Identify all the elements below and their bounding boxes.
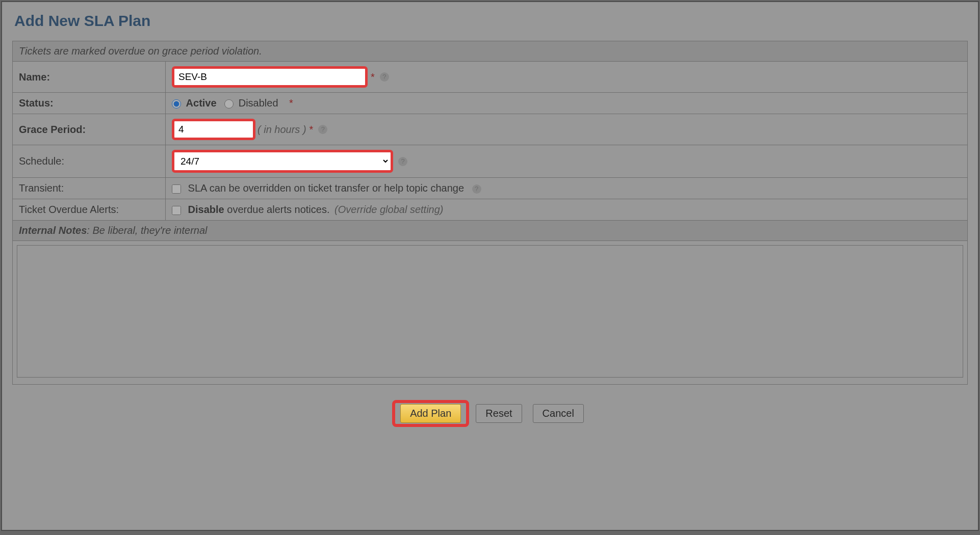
overdue-alerts-suffix: (Override global setting): [334, 204, 443, 215]
form-header-note: Tickets are marked overdue on grace peri…: [13, 41, 968, 62]
notes-header-row: Internal Notes: Be liberal, they're inte…: [13, 221, 968, 241]
status-active-radio[interactable]: [172, 99, 181, 109]
notes-body-row: [13, 241, 968, 385]
name-label: Name:: [13, 62, 166, 93]
notes-header-cell: Internal Notes: Be liberal, they're inte…: [13, 221, 968, 241]
required-marker: *: [371, 71, 375, 83]
grace-period-hint: ( in hours ): [257, 124, 306, 136]
add-plan-button[interactable]: Add Plan: [400, 404, 461, 423]
reset-button[interactable]: Reset: [476, 404, 522, 423]
help-icon[interactable]: ?: [380, 72, 389, 82]
grace-period-input[interactable]: [175, 122, 252, 137]
overdue-alerts-bold: Disable: [188, 204, 224, 215]
transient-checkbox[interactable]: [172, 184, 181, 194]
page-title: Add New SLA Plan: [12, 12, 968, 30]
row-overdue-alerts: Ticket Overdue Alerts: Disable overdue a…: [13, 199, 968, 221]
row-name: Name: * ?: [13, 62, 968, 93]
grace-period-cell: ( in hours ) * ?: [166, 114, 968, 145]
notes-suffix: : Be liberal, they're internal: [87, 225, 207, 236]
schedule-cell: 24/7 ?: [166, 145, 968, 178]
row-schedule: Schedule: 24/7 ?: [13, 145, 968, 178]
schedule-label: Schedule:: [13, 145, 166, 178]
status-disabled-label: Disabled: [239, 97, 278, 109]
grace-period-label: Grace Period:: [13, 114, 166, 145]
transient-label: Transient:: [13, 178, 166, 199]
grace-period-highlight: [172, 119, 255, 140]
overdue-alerts-option[interactable]: Disable overdue alerts notices. (Overrid…: [172, 204, 444, 215]
notes-label: Internal Notes: [19, 225, 87, 236]
name-cell: * ?: [166, 62, 968, 93]
form-header-row: Tickets are marked overdue on grace peri…: [13, 41, 968, 62]
overdue-alerts-cell: Disable overdue alerts notices. (Overrid…: [166, 199, 968, 221]
add-plan-highlight: Add Plan: [392, 400, 469, 427]
schedule-select[interactable]: 24/7: [175, 153, 390, 169]
schedule-highlight: 24/7: [172, 150, 393, 173]
row-grace-period: Grace Period: ( in hours ) * ?: [13, 114, 968, 145]
notes-textarea[interactable]: [17, 245, 963, 378]
notes-body-cell: [13, 241, 968, 385]
transient-option[interactable]: SLA can be overridden on ticket transfer…: [172, 182, 467, 194]
help-icon[interactable]: ?: [398, 157, 407, 166]
transient-cell: SLA can be overridden on ticket transfer…: [166, 178, 968, 199]
status-label: Status:: [13, 93, 166, 114]
help-icon[interactable]: ?: [318, 125, 327, 134]
status-disabled-radio[interactable]: [224, 99, 234, 109]
page-container: Add New SLA Plan Tickets are marked over…: [1, 1, 979, 531]
overdue-alerts-checkbox[interactable]: [172, 206, 181, 215]
status-active-label: Active: [186, 97, 217, 109]
sla-form-table: Tickets are marked overdue on grace peri…: [12, 41, 968, 385]
required-marker: *: [310, 124, 314, 136]
name-highlight: [172, 66, 368, 88]
row-transient: Transient: SLA can be overridden on tick…: [13, 178, 968, 199]
button-row: Add Plan Reset Cancel: [12, 400, 968, 427]
help-icon[interactable]: ?: [472, 184, 481, 194]
row-status: Status: Active Disabled *: [13, 93, 968, 114]
status-disabled-option[interactable]: Disabled: [224, 97, 281, 109]
overdue-alerts-label: Ticket Overdue Alerts:: [13, 199, 166, 221]
transient-text: SLA can be overridden on ticket transfer…: [188, 182, 464, 194]
status-active-option[interactable]: Active: [172, 97, 219, 109]
overdue-alerts-text: overdue alerts notices.: [224, 204, 332, 215]
name-input[interactable]: [175, 70, 364, 84]
required-marker: *: [289, 97, 293, 109]
cancel-button[interactable]: Cancel: [533, 404, 584, 423]
status-cell: Active Disabled *: [166, 93, 968, 114]
